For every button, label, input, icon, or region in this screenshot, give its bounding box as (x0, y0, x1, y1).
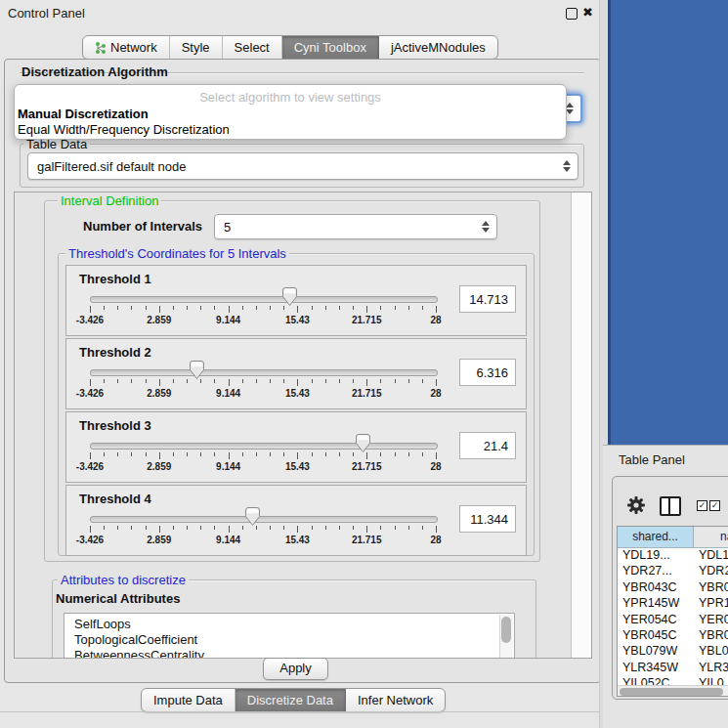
slider-thumb[interactable] (190, 361, 204, 379)
tab-cyni-toolbox[interactable]: Cyni Toolbox (282, 36, 379, 59)
slider-tick (353, 306, 354, 310)
cell-shared-name[interactable]: YBR043C (622, 580, 693, 594)
tab-network[interactable]: Network (83, 36, 170, 59)
cell-shared-name[interactable]: YBR045C (622, 628, 693, 642)
combo-arrows-icon (482, 221, 490, 233)
threshold-label: Threshold 1 (79, 272, 151, 286)
slider-track[interactable] (90, 516, 438, 523)
cell-name[interactable]: YBL0 (699, 644, 728, 658)
cell-shared-name[interactable]: YDR27... (622, 564, 693, 578)
table-hscrollbar-thumb[interactable] (620, 688, 723, 696)
cell-name[interactable]: YER0 (699, 613, 728, 626)
table-row[interactable]: YDL19...YDL1 (618, 547, 728, 564)
table-row[interactable]: YBR045CYBR0 (618, 627, 728, 644)
slider-thumb[interactable] (356, 434, 370, 452)
table-row[interactable]: YDR27...YDR2 (618, 563, 728, 579)
slider-tick (131, 306, 132, 310)
cell-shared-name[interactable]: YER054C (622, 613, 693, 626)
slider-tick (146, 526, 147, 530)
table-row[interactable]: YBL079WYBL0 (618, 643, 728, 660)
cell-name[interactable]: YLR3 (699, 661, 728, 674)
table-row[interactable]: YIL052CYIL0 (618, 675, 728, 685)
checkbox-icon[interactable]: ✓ (709, 500, 720, 511)
attributes-scrollbar[interactable] (499, 615, 513, 658)
close-icon[interactable]: ✖ (582, 5, 593, 20)
threshold-value-field[interactable]: 21.4 (459, 432, 516, 459)
popup-option-equal-width[interactable]: Equal Width/Frequency Discretization (18, 122, 563, 137)
slider-track[interactable] (90, 369, 438, 376)
slider-tick (339, 452, 340, 456)
slider-tick (283, 379, 284, 383)
cell-name[interactable]: YBR0 (699, 580, 728, 594)
cell-name[interactable]: YDR2 (699, 564, 728, 578)
tab-infer-network[interactable]: Infer Network (346, 689, 445, 711)
tab-impute-data[interactable]: Impute Data (142, 689, 236, 711)
attribute-list-item[interactable]: SelfLoops (74, 617, 131, 632)
table-data-combo[interactable]: galFiltered.sif default node (27, 152, 578, 180)
slider-tick (159, 452, 160, 459)
slider-tick (104, 526, 105, 530)
tab-style[interactable]: Style (170, 36, 223, 59)
attribute-list-item[interactable]: TopologicalCoefficient (74, 632, 197, 648)
popup-option-manual[interactable]: Manual Discretization (18, 107, 563, 121)
slider-tick (297, 452, 298, 459)
cell-name[interactable]: YDL1 (699, 548, 728, 562)
slider-tick (408, 452, 409, 456)
threshold-value-field[interactable]: 6.316 (459, 359, 516, 386)
cell-name[interactable]: YBR0 (699, 628, 728, 642)
cell-name[interactable]: YPR1 (699, 596, 728, 610)
cell-shared-name[interactable]: YPR145W (622, 596, 693, 610)
slider-tick (173, 526, 174, 530)
numerical-attributes-list[interactable]: SelfLoopsTopologicalCoefficientBetweenne… (64, 613, 515, 659)
pane-scrollbar-track[interactable] (571, 193, 592, 658)
slider-tick (90, 526, 91, 533)
cell-shared-name[interactable]: YDL19... (622, 548, 693, 562)
slider-tick (187, 452, 188, 456)
control-panel-tabs: NetworkStyleSelectCyni ToolboxjActiveMNo… (82, 35, 498, 60)
threshold-value-field[interactable]: 11.344 (459, 505, 516, 533)
control-panel-titlebar: Control Panel ✖ (0, 0, 603, 25)
slider-tick (90, 452, 91, 459)
numerical-attributes-heading: Numerical Attributes (56, 591, 180, 606)
slider-tick (422, 452, 423, 456)
apply-button[interactable]: Apply (263, 658, 328, 680)
slider-tick-label: 21.715 (352, 461, 382, 472)
slider-tick (229, 379, 230, 386)
bottom-tabs: Impute DataDiscretize DataInfer Network (141, 688, 446, 712)
table-row[interactable]: YLR345WYLR3 (618, 660, 728, 676)
slider-track[interactable] (90, 443, 438, 450)
slider-tick (214, 379, 215, 383)
slider-tick-label: 15.43 (285, 388, 310, 399)
table-row[interactable]: YPR145WYPR1 (618, 595, 728, 612)
threshold-label: Threshold 4 (79, 492, 151, 506)
cell-shared-name[interactable]: YIL052C (622, 676, 693, 685)
split-columns-icon[interactable] (660, 496, 681, 516)
threshold-value-field[interactable]: 14.713 (459, 285, 516, 313)
num-intervals-combo[interactable]: 5 (214, 214, 497, 239)
table-row[interactable]: YBR043CYBR0 (618, 579, 728, 596)
table-row[interactable]: YER054CYER0 (618, 612, 728, 628)
attribute-list-item[interactable]: BetweennessCentrality (74, 648, 204, 659)
slider-track[interactable] (90, 296, 438, 303)
cell-name[interactable]: YIL0 (699, 676, 728, 685)
tab-discretize-data[interactable]: Discretize Data (236, 689, 346, 711)
cell-shared-name[interactable]: YBL079W (622, 644, 693, 658)
column-header-shared-name[interactable]: shared... (618, 527, 694, 547)
column-header-name[interactable]: na (694, 527, 728, 547)
slider-thumb[interactable] (245, 507, 260, 526)
network-window-frame: GAL80GCGAL11GAL4GCY1HHAP2 (608, 0, 728, 445)
slider-thumb[interactable] (282, 287, 297, 306)
float-window-icon[interactable] (566, 8, 578, 20)
slider-tick (408, 306, 409, 310)
tab-select[interactable]: Select (223, 36, 282, 59)
cell-shared-name[interactable]: YLR345W (622, 661, 693, 674)
tab-jactivemnodules[interactable]: jActiveMNodules (379, 36, 497, 59)
checkbox-icon[interactable]: ✓ (697, 500, 707, 511)
table-hscrollbar-track[interactable] (618, 685, 728, 697)
gear-icon[interactable] (626, 495, 646, 515)
slider-tick (256, 379, 257, 383)
interval-definition-label: Interval Definition (58, 193, 161, 208)
slider-tick (90, 306, 91, 313)
slider-tick (325, 526, 326, 530)
table-panel-title: Table Panel (619, 452, 685, 467)
